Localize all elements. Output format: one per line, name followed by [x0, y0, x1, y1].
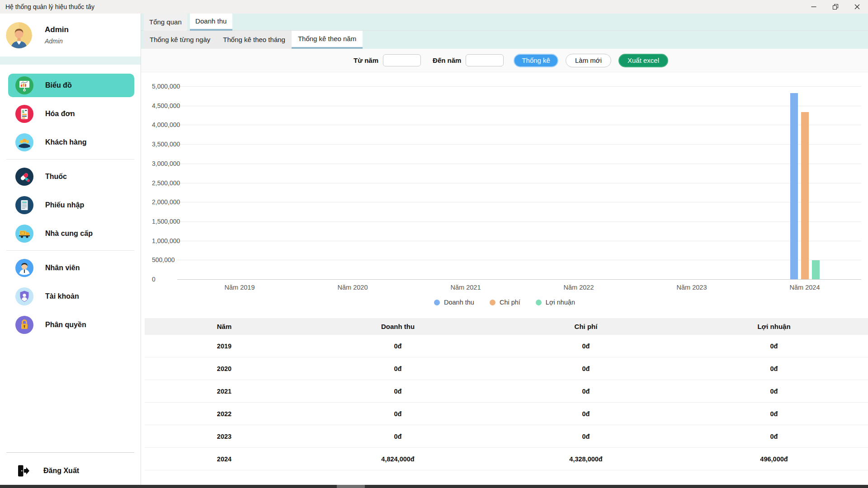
sidebar-item-phan-quyen[interactable]: Phân quyền — [8, 313, 134, 337]
table-cell: 0đ — [492, 343, 680, 350]
sidebar-item-label: Thuốc — [45, 173, 67, 181]
to-year-label: Đến năm — [433, 56, 461, 64]
tab-doanh-thu[interactable]: Doanh thu — [190, 14, 232, 31]
main-content: Tổng quanDoanh thu Thống kê từng ngàyThố… — [141, 14, 868, 488]
window-titlebar: Hệ thống quản lý hiệu thuốc tây — [0, 0, 868, 14]
table-cell: 2022 — [145, 410, 304, 418]
y-axis-tick-label: 1,500,000 — [152, 217, 188, 225]
employee-icon — [15, 259, 33, 277]
user-name: Admin — [45, 25, 69, 34]
sidebar-footer: Đăng Xuất — [0, 452, 141, 482]
table-cell: 0đ — [492, 388, 680, 395]
minimize-icon — [811, 4, 816, 9]
revenue-chart: Doanh thuChi phíLợi nhuận 0500,0001,000,… — [141, 73, 868, 319]
sidebar-item-label: Phiếu nhập — [45, 201, 84, 209]
gridline — [177, 86, 861, 87]
sidebar: Admin Admin Biểu đồ$Hóa đơnKhách hàngThu… — [0, 14, 141, 488]
logout-button[interactable]: Đăng Xuất — [0, 460, 141, 482]
sidebar-item-label: Biểu đồ — [45, 81, 72, 89]
table-header-row: NămDoanh thuChi phíLợi nhuận — [145, 318, 868, 335]
legend-item-0[interactable]: Doanh thu — [434, 299, 474, 306]
sidebar-item-label: Hóa đơn — [45, 110, 75, 118]
y-axis-tick-label: 4,000,000 — [152, 121, 188, 129]
sub-tabs: Thống kê từng ngàyThống kê theo thángThố… — [141, 31, 868, 49]
sidebar-item-tai-khoan[interactable]: Tài khoản — [8, 285, 134, 308]
subtab-tung-ngay[interactable]: Thống kê từng ngày — [143, 31, 217, 49]
gridline — [177, 106, 861, 106]
filter-buttons: Thống kêLàm mớiXuất excel — [514, 54, 668, 67]
sidebar-item-khach-hang[interactable]: Khách hàng — [8, 131, 134, 154]
sidebar-item-nha-cung-cap[interactable]: Nhà cung cấp — [8, 222, 134, 245]
logout-door-icon — [16, 464, 30, 478]
sidebar-item-thuoc[interactable]: Thuốc — [8, 165, 134, 188]
legend-label: Lợi nhuận — [546, 299, 575, 306]
svg-text:$: $ — [22, 109, 24, 114]
legend-item-1[interactable]: Chi phí — [490, 299, 520, 306]
xuat-excel-button[interactable]: Xuất excel — [618, 54, 668, 67]
table-cell: 2024 — [145, 455, 304, 463]
table-cell: 2023 — [145, 433, 304, 440]
gridline — [177, 260, 861, 260]
table-row: 20220đ0đ0đ — [145, 403, 868, 425]
table-cell: 0đ — [492, 433, 680, 440]
subtab-theo-nam[interactable]: Thống kê theo năm — [292, 31, 363, 49]
table-cell: 2019 — [145, 343, 304, 350]
thong-ke-button[interactable]: Thống kê — [514, 54, 558, 67]
scrollbar-thumb[interactable] — [337, 485, 365, 488]
window-minimize-button[interactable] — [803, 0, 825, 14]
gridline — [177, 279, 861, 280]
table-cell: 2020 — [145, 365, 304, 372]
table-row: 20190đ0đ0đ — [145, 335, 868, 357]
x-axis-tick-label: Năm 2019 — [183, 284, 296, 292]
sidebar-item-hoa-don[interactable]: $Hóa đơn — [8, 102, 134, 126]
sidebar-item-label: Tài khoản — [45, 292, 79, 300]
table-cell: 0đ — [304, 388, 492, 395]
chart-bar — [790, 93, 798, 279]
table-cell: 2021 — [145, 388, 304, 395]
table-cell: 0đ — [680, 410, 868, 418]
gridline — [177, 202, 861, 202]
sidebar-item-label: Nhân viên — [45, 264, 80, 272]
chart-icon — [15, 76, 33, 94]
window-maximize-button[interactable] — [825, 0, 846, 14]
from-year-input[interactable] — [383, 54, 421, 66]
table-cell: 0đ — [492, 410, 680, 418]
to-year-input[interactable] — [466, 54, 504, 66]
gridline — [177, 221, 861, 222]
table-cell: 4,824,000đ — [304, 455, 492, 463]
logout-label: Đăng Xuất — [43, 467, 79, 475]
user-avatar — [6, 22, 32, 48]
y-axis-tick-label: 3,000,000 — [152, 160, 188, 168]
sidebar-accent-strip — [0, 56, 141, 65]
y-axis-tick-label: 2,000,000 — [152, 198, 188, 206]
gridline — [177, 183, 861, 183]
sidebar-item-bieu-do[interactable]: Biểu đồ — [8, 74, 134, 97]
sidebar-item-phieu-nhap[interactable]: Phiếu nhập — [8, 193, 134, 217]
legend-item-2[interactable]: Lợi nhuận — [536, 299, 575, 306]
y-axis-tick-label: 1,000,000 — [152, 237, 188, 245]
sidebar-item-label: Khách hàng — [45, 138, 87, 146]
window-title: Hệ thống quản lý hiệu thuốc tây — [0, 3, 803, 10]
chart-bar — [801, 112, 809, 279]
permission-icon — [15, 316, 33, 334]
tab-tong-quan[interactable]: Tổng quan — [144, 14, 187, 31]
table-row: 20230đ0đ0đ — [145, 425, 868, 448]
table-row: 20244,824,000đ4,328,000đ496,000đ — [145, 448, 868, 470]
sidebar-item-nhan-vien[interactable]: Nhân viên — [8, 256, 134, 280]
table-row: 20210đ0đ0đ — [145, 380, 868, 403]
menu-divider — [6, 159, 134, 160]
menu-divider — [6, 250, 134, 251]
supplier-icon — [15, 225, 33, 243]
main-tabs: Tổng quanDoanh thu — [141, 14, 868, 31]
table-cell: 0đ — [304, 365, 492, 372]
table-cell: 0đ — [304, 433, 492, 440]
table-header-1: Doanh thu — [304, 323, 492, 330]
subtab-theo-thang[interactable]: Thống kê theo tháng — [217, 31, 292, 49]
horizontal-scrollbar[interactable] — [0, 485, 868, 488]
lam-moi-button[interactable]: Làm mới — [566, 54, 611, 67]
window-close-button[interactable] — [846, 0, 868, 14]
user-role: Admin — [45, 38, 69, 45]
table-body: 20190đ0đ0đ20200đ0đ0đ20210đ0đ0đ20220đ0đ0đ… — [145, 335, 868, 470]
window-controls — [803, 0, 868, 14]
x-axis-tick-label: Năm 2021 — [409, 284, 522, 292]
